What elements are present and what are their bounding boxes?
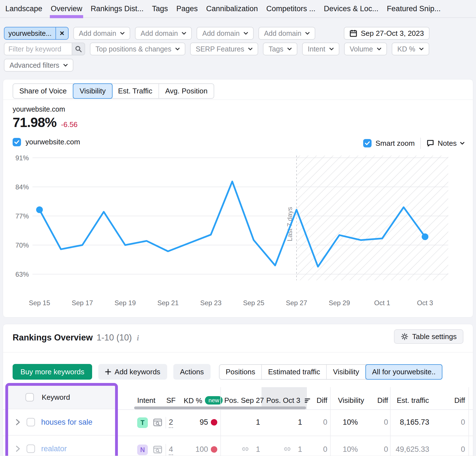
mini-divider — [165, 417, 166, 429]
advanced-filter-row: Advanced filters — [4, 59, 73, 72]
keyword-cell-row-2: realator — [8, 436, 115, 456]
keyword-link[interactable]: realator — [41, 445, 67, 453]
pos-oct3-value: 1 — [269, 418, 302, 427]
rankings-title: Rankings Overview — [13, 333, 93, 343]
tab-est-traffic[interactable]: Est. Traffic — [112, 84, 159, 98]
svg-text:Sep 25: Sep 25 — [243, 299, 264, 307]
svg-text:Sep 27: Sep 27 — [286, 299, 307, 307]
row-checkbox[interactable] — [27, 418, 35, 426]
add-domain-button-2[interactable]: Add domain — [135, 27, 192, 40]
tab-devices-locations[interactable]: Devices & Loc... — [320, 0, 383, 18]
keyword-filter-input[interactable] — [4, 43, 72, 55]
filter-volume[interactable]: Volume — [344, 43, 387, 55]
sf-count[interactable]: 2 — [169, 418, 173, 428]
keyword-column-header: Keyword — [8, 386, 115, 409]
chevron-down-icon — [244, 32, 248, 35]
sf-count[interactable]: 4 — [169, 445, 173, 455]
add-domain-button-4[interactable]: Add domain — [258, 27, 315, 40]
table-view-tabs: Positions Estimated traffic Visibility A… — [219, 364, 442, 380]
legend-checkbox[interactable] — [13, 138, 21, 146]
tab-rankings-distribution[interactable]: Rankings Dist... — [87, 0, 148, 18]
view-positions[interactable]: Positions — [220, 365, 262, 379]
tab-competitors[interactable]: Competitors ... — [262, 0, 320, 18]
filter-intent[interactable]: Intent — [302, 43, 339, 55]
filter-kd[interactable]: KD % — [392, 43, 429, 55]
column-separator — [390, 387, 391, 456]
active-tab-underline — [50, 15, 83, 18]
intent-badge-navigational[interactable]: N — [137, 445, 148, 455]
add-domain-button-3[interactable]: Add domain — [197, 27, 253, 40]
view-estimated-traffic[interactable]: Estimated traffic — [262, 365, 327, 379]
domain-filter-row: yourwebsite... × Add domain Add domain A… — [4, 27, 472, 40]
smart-zoom-checkbox[interactable] — [363, 139, 372, 147]
expand-chevron-icon[interactable] — [15, 419, 20, 426]
search-button[interactable] — [72, 43, 85, 55]
kd-dot — [211, 446, 217, 453]
col-pos-sep27[interactable]: Pos. Sep 27 — [224, 396, 264, 405]
add-domain-button-1[interactable]: Add domain — [73, 27, 130, 40]
diff-value: 0 — [311, 445, 327, 454]
tab-pages[interactable]: Pages — [172, 0, 202, 18]
col-kd[interactable]: KD %new — [184, 396, 223, 405]
filter-tags[interactable]: Tags — [263, 43, 297, 55]
serp-features-icon[interactable] — [153, 418, 162, 427]
tab-share-of-voice[interactable]: Share of Voice — [13, 84, 73, 98]
visibility-change: -6.56 — [61, 120, 78, 129]
tab-featured-snippets[interactable]: Featured Snip... — [383, 0, 445, 18]
actions-button[interactable]: Actions — [173, 364, 211, 380]
col-pos-oct3[interactable]: Pos. Oct 3 — [266, 396, 311, 405]
table-settings-button[interactable]: Table settings — [394, 329, 463, 344]
buy-more-keywords-button[interactable]: Buy more keywords — [13, 364, 92, 380]
visibility-chart[interactable]: 91%84%77%70%63%Last 7 daysSep 15Sep 17Se… — [11, 153, 465, 312]
filter-top-positions[interactable]: Top positions & changes — [90, 43, 185, 55]
link-icon — [284, 446, 291, 452]
tab-overview[interactable]: Overview — [46, 0, 87, 18]
calendar-icon — [349, 29, 357, 37]
col-intent[interactable]: Intent — [137, 396, 155, 405]
tab-avg-position[interactable]: Avg. Position — [159, 84, 214, 98]
info-icon[interactable]: i — [136, 334, 139, 342]
card-divider — [3, 100, 473, 100]
card-divider — [3, 352, 473, 352]
tab-visibility[interactable]: Visibility — [73, 83, 112, 99]
tab-cannibalization[interactable]: Cannibalization — [202, 0, 262, 18]
keyword-column-label: Keyword — [42, 393, 70, 402]
horizontal-scrollbar[interactable] — [134, 406, 306, 409]
visibility-summary: 71.98% -6.56 — [13, 115, 78, 130]
filter-serp-features[interactable]: SERP Features — [190, 43, 258, 55]
rankings-overview-card: Rankings Overview 1-10 (10) i Table sett… — [3, 324, 473, 456]
date-range-picker[interactable]: Sep 27-Oct 3, 2023 — [344, 27, 430, 40]
view-all-for-domain[interactable]: All for yourwebsite.. — [365, 364, 442, 380]
sort-icon — [305, 398, 311, 403]
col-diff-2[interactable]: Diff — [370, 396, 388, 405]
expand-chevron-icon[interactable] — [15, 445, 20, 452]
serp-features-icon[interactable] — [153, 445, 162, 454]
intent-badge-transactional[interactable]: T — [137, 417, 148, 428]
position-tracking-page: { "nav": { "items": [ {"label": "Landsca… — [0, 0, 476, 456]
col-diff-1[interactable]: Diff — [311, 396, 327, 405]
rankings-toolbar: Buy more keywords Add keywords Actions P… — [13, 364, 442, 380]
smart-zoom-toggle[interactable]: Smart zoom — [363, 139, 415, 148]
advanced-filters-button[interactable]: Advanced filters — [4, 59, 73, 72]
tab-tags[interactable]: Tags — [148, 0, 172, 18]
est-traffic-value: 8,165.73 — [395, 418, 429, 427]
col-diff-3[interactable]: Diff — [448, 396, 465, 405]
col-est-traffic[interactable]: Est. traffic — [397, 396, 429, 405]
remove-domain-icon[interactable]: × — [55, 27, 68, 39]
svg-text:Oct 1: Oct 1 — [374, 299, 390, 307]
chevron-down-icon — [305, 32, 310, 35]
select-all-checkbox[interactable] — [25, 393, 34, 401]
domain-chip[interactable]: yourwebsite... × — [4, 27, 69, 40]
chart-domain-label: yourwebsite.com — [13, 105, 65, 113]
keyword-link[interactable]: houses for sale — [41, 418, 92, 427]
row-checkbox[interactable] — [27, 445, 35, 453]
tab-landscape[interactable]: Landscape — [1, 0, 46, 18]
col-sf[interactable]: SF — [166, 396, 176, 405]
pos-oct3-value: 1 — [291, 445, 302, 454]
view-visibility[interactable]: Visibility — [327, 365, 366, 379]
col-visibility[interactable]: Visibility — [338, 396, 364, 405]
notes-dropdown[interactable]: Notes — [426, 139, 465, 148]
diff-value: 0 — [311, 418, 327, 427]
column-separator — [220, 387, 221, 456]
add-keywords-button[interactable]: Add keywords — [98, 364, 167, 380]
